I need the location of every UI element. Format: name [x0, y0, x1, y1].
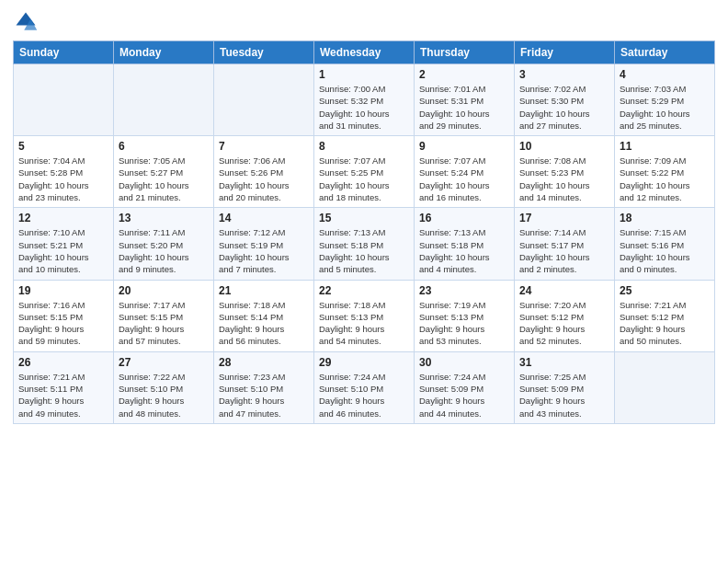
day-info: Sunrise: 7:19 AM Sunset: 5:13 PM Dayligh… [419, 299, 509, 348]
day-cell: 14Sunrise: 7:12 AM Sunset: 5:19 PM Dayli… [214, 208, 314, 280]
day-info: Sunrise: 7:07 AM Sunset: 5:24 PM Dayligh… [419, 155, 509, 203]
day-cell: 30Sunrise: 7:24 AM Sunset: 5:09 PM Dayli… [415, 351, 515, 423]
day-number: 6 [119, 140, 209, 153]
day-number: 23 [419, 284, 509, 297]
day-number: 24 [519, 284, 609, 297]
day-cell: 12Sunrise: 7:10 AM Sunset: 5:21 PM Dayli… [14, 208, 114, 280]
day-info: Sunrise: 7:00 AM Sunset: 5:32 PM Dayligh… [319, 83, 409, 132]
day-info: Sunrise: 7:07 AM Sunset: 5:25 PM Dayligh… [319, 155, 409, 203]
day-cell [14, 64, 114, 136]
day-number: 10 [519, 140, 609, 153]
day-cell [114, 64, 214, 136]
day-info: Sunrise: 7:06 AM Sunset: 5:26 PM Dayligh… [219, 155, 309, 203]
day-number: 8 [319, 140, 409, 153]
weekday-header-monday: Monday [114, 41, 214, 64]
day-cell [214, 64, 314, 136]
day-cell: 15Sunrise: 7:13 AM Sunset: 5:18 PM Dayli… [314, 208, 415, 280]
weekday-header-tuesday: Tuesday [214, 41, 314, 64]
day-cell: 20Sunrise: 7:17 AM Sunset: 5:15 PM Dayli… [114, 280, 214, 351]
day-number: 9 [419, 140, 509, 153]
day-info: Sunrise: 7:22 AM Sunset: 5:10 PM Dayligh… [119, 371, 209, 419]
day-info: Sunrise: 7:24 AM Sunset: 5:10 PM Dayligh… [319, 371, 409, 419]
header [13, 9, 715, 35]
day-info: Sunrise: 7:24 AM Sunset: 5:09 PM Dayligh… [419, 371, 509, 419]
day-info: Sunrise: 7:13 AM Sunset: 5:18 PM Dayligh… [419, 226, 509, 275]
week-row-2: 5Sunrise: 7:04 AM Sunset: 5:28 PM Daylig… [14, 136, 715, 208]
weekday-header-friday: Friday [515, 41, 615, 64]
day-info: Sunrise: 7:25 AM Sunset: 5:09 PM Dayligh… [519, 371, 609, 419]
day-cell: 27Sunrise: 7:22 AM Sunset: 5:10 PM Dayli… [114, 351, 214, 423]
weekday-header-row: SundayMondayTuesdayWednesdayThursdayFrid… [14, 41, 715, 64]
calendar-table: SundayMondayTuesdayWednesdayThursdayFrid… [13, 40, 715, 424]
day-info: Sunrise: 7:21 AM Sunset: 5:12 PM Dayligh… [620, 299, 710, 348]
day-info: Sunrise: 7:14 AM Sunset: 5:17 PM Dayligh… [519, 226, 609, 275]
weekday-header-wednesday: Wednesday [314, 41, 415, 64]
day-cell: 2Sunrise: 7:01 AM Sunset: 5:31 PM Daylig… [415, 64, 515, 136]
day-cell: 1Sunrise: 7:00 AM Sunset: 5:32 PM Daylig… [314, 64, 415, 136]
day-info: Sunrise: 7:10 AM Sunset: 5:21 PM Dayligh… [18, 226, 108, 275]
day-number: 2 [419, 68, 509, 81]
day-info: Sunrise: 7:05 AM Sunset: 5:27 PM Dayligh… [119, 155, 209, 203]
day-number: 19 [18, 284, 108, 297]
day-info: Sunrise: 7:04 AM Sunset: 5:28 PM Dayligh… [18, 155, 108, 203]
day-cell: 5Sunrise: 7:04 AM Sunset: 5:28 PM Daylig… [14, 136, 114, 208]
day-cell: 23Sunrise: 7:19 AM Sunset: 5:13 PM Dayli… [415, 280, 515, 351]
day-cell: 29Sunrise: 7:24 AM Sunset: 5:10 PM Dayli… [314, 351, 415, 423]
day-number: 21 [219, 284, 309, 297]
day-number: 7 [219, 140, 309, 153]
day-info: Sunrise: 7:12 AM Sunset: 5:19 PM Dayligh… [219, 226, 309, 275]
day-cell: 13Sunrise: 7:11 AM Sunset: 5:20 PM Dayli… [114, 208, 214, 280]
weekday-header-sunday: Sunday [14, 41, 114, 64]
day-cell: 18Sunrise: 7:15 AM Sunset: 5:16 PM Dayli… [615, 208, 715, 280]
day-cell: 10Sunrise: 7:08 AM Sunset: 5:23 PM Dayli… [515, 136, 615, 208]
day-number: 4 [620, 68, 710, 81]
day-cell: 3Sunrise: 7:02 AM Sunset: 5:30 PM Daylig… [515, 64, 615, 136]
day-cell: 11Sunrise: 7:09 AM Sunset: 5:22 PM Dayli… [615, 136, 715, 208]
day-cell [615, 351, 715, 423]
day-info: Sunrise: 7:13 AM Sunset: 5:18 PM Dayligh… [319, 226, 409, 275]
day-cell: 16Sunrise: 7:13 AM Sunset: 5:18 PM Dayli… [415, 208, 515, 280]
day-cell: 9Sunrise: 7:07 AM Sunset: 5:24 PM Daylig… [415, 136, 515, 208]
day-info: Sunrise: 7:09 AM Sunset: 5:22 PM Dayligh… [620, 155, 710, 203]
day-number: 30 [419, 356, 509, 369]
day-cell: 6Sunrise: 7:05 AM Sunset: 5:27 PM Daylig… [114, 136, 214, 208]
day-number: 31 [519, 356, 609, 369]
calendar-page: SundayMondayTuesdayWednesdayThursdayFrid… [0, 0, 728, 563]
week-row-4: 19Sunrise: 7:16 AM Sunset: 5:15 PM Dayli… [14, 280, 715, 351]
day-cell: 25Sunrise: 7:21 AM Sunset: 5:12 PM Dayli… [615, 280, 715, 351]
day-cell: 17Sunrise: 7:14 AM Sunset: 5:17 PM Dayli… [515, 208, 615, 280]
logo [13, 9, 42, 35]
day-info: Sunrise: 7:20 AM Sunset: 5:12 PM Dayligh… [519, 299, 609, 348]
day-info: Sunrise: 7:23 AM Sunset: 5:10 PM Dayligh… [219, 371, 309, 419]
day-number: 11 [620, 140, 710, 153]
week-row-5: 26Sunrise: 7:21 AM Sunset: 5:11 PM Dayli… [14, 351, 715, 423]
day-cell: 21Sunrise: 7:18 AM Sunset: 5:14 PM Dayli… [214, 280, 314, 351]
day-number: 17 [519, 212, 609, 224]
day-number: 13 [119, 212, 209, 224]
day-cell: 19Sunrise: 7:16 AM Sunset: 5:15 PM Dayli… [14, 280, 114, 351]
day-cell: 7Sunrise: 7:06 AM Sunset: 5:26 PM Daylig… [214, 136, 314, 208]
day-cell: 31Sunrise: 7:25 AM Sunset: 5:09 PM Dayli… [515, 351, 615, 423]
day-number: 1 [319, 68, 409, 81]
day-cell: 24Sunrise: 7:20 AM Sunset: 5:12 PM Dayli… [515, 280, 615, 351]
day-number: 26 [18, 356, 108, 369]
day-info: Sunrise: 7:18 AM Sunset: 5:14 PM Dayligh… [219, 299, 309, 348]
day-number: 29 [319, 356, 409, 369]
day-info: Sunrise: 7:11 AM Sunset: 5:20 PM Dayligh… [119, 226, 209, 275]
day-number: 22 [319, 284, 409, 297]
day-number: 3 [519, 68, 609, 81]
logo-icon [13, 9, 39, 35]
day-cell: 28Sunrise: 7:23 AM Sunset: 5:10 PM Dayli… [214, 351, 314, 423]
day-info: Sunrise: 7:08 AM Sunset: 5:23 PM Dayligh… [519, 155, 609, 203]
day-number: 18 [620, 212, 710, 224]
day-number: 16 [419, 212, 509, 224]
day-info: Sunrise: 7:03 AM Sunset: 5:29 PM Dayligh… [620, 83, 710, 132]
week-row-1: 1Sunrise: 7:00 AM Sunset: 5:32 PM Daylig… [14, 64, 715, 136]
week-row-3: 12Sunrise: 7:10 AM Sunset: 5:21 PM Dayli… [14, 208, 715, 280]
day-info: Sunrise: 7:16 AM Sunset: 5:15 PM Dayligh… [18, 299, 108, 348]
day-cell: 22Sunrise: 7:18 AM Sunset: 5:13 PM Dayli… [314, 280, 415, 351]
day-number: 28 [219, 356, 309, 369]
day-cell: 4Sunrise: 7:03 AM Sunset: 5:29 PM Daylig… [615, 64, 715, 136]
day-info: Sunrise: 7:18 AM Sunset: 5:13 PM Dayligh… [319, 299, 409, 348]
day-info: Sunrise: 7:17 AM Sunset: 5:15 PM Dayligh… [119, 299, 209, 348]
